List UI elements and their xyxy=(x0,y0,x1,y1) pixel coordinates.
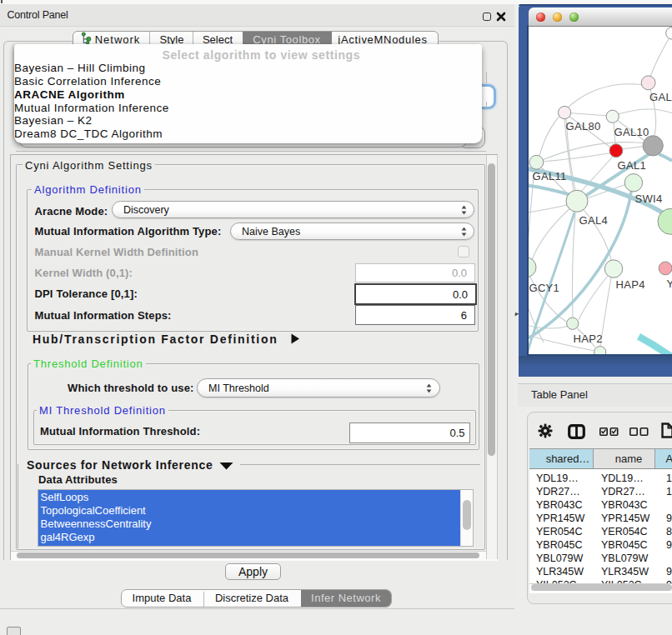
svg-text:GAL10: GAL10 xyxy=(614,125,649,138)
svg-text:GCY1: GCY1 xyxy=(529,281,560,293)
svg-text:GAL2: GAL2 xyxy=(649,90,672,102)
svg-text:SWI4: SWI4 xyxy=(635,192,663,205)
svg-text:HAP2: HAP2 xyxy=(574,332,603,344)
svg-text:GAL11: GAL11 xyxy=(533,169,567,182)
svg-text:HAP4: HAP4 xyxy=(616,278,645,291)
svg-text:GAL1: GAL1 xyxy=(618,159,646,172)
svg-text:GAL4: GAL4 xyxy=(579,213,608,226)
svg-text:Y: Y xyxy=(667,277,672,289)
svg-text:GAL80: GAL80 xyxy=(566,119,601,132)
